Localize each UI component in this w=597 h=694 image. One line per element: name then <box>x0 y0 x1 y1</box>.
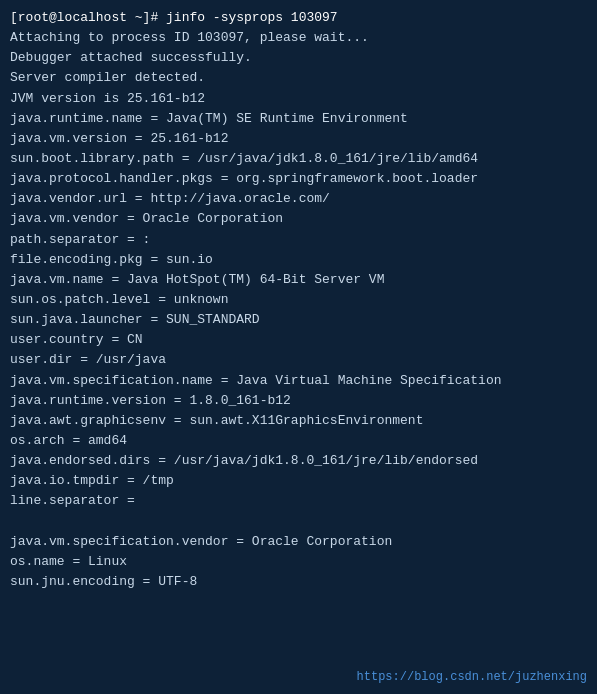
terminal-output-line: java.vm.specification.vendor = Oracle Co… <box>10 532 587 552</box>
terminal-output-line: java.protocol.handler.pkgs = org.springf… <box>10 169 587 189</box>
terminal-output-line: file.encoding.pkg = sun.io <box>10 250 587 270</box>
watermark-link[interactable]: https://blog.csdn.net/juzhenxing <box>357 670 587 684</box>
terminal-output-line: sun.boot.library.path = /usr/java/jdk1.8… <box>10 149 587 169</box>
terminal-output-line: Attaching to process ID 103097, please w… <box>10 28 587 48</box>
terminal-output-line: java.runtime.version = 1.8.0_161-b12 <box>10 391 587 411</box>
terminal-empty-line <box>10 512 587 532</box>
terminal-output-line: user.country = CN <box>10 330 587 350</box>
terminal-output: [root@localhost ~]# jinfo -sysprops 1030… <box>10 8 587 592</box>
terminal-output-line: os.arch = amd64 <box>10 431 587 451</box>
terminal-output-line: java.vendor.url = http://java.oracle.com… <box>10 189 587 209</box>
terminal-output-line: Debugger attached successfully. <box>10 48 587 68</box>
terminal-output-line: java.vm.name = Java HotSpot(TM) 64-Bit S… <box>10 270 587 290</box>
terminal-output-line: java.vm.vendor = Oracle Corporation <box>10 209 587 229</box>
terminal-output-line: java.vm.version = 25.161-b12 <box>10 129 587 149</box>
terminal-output-line: sun.os.patch.level = unknown <box>10 290 587 310</box>
terminal-output-line: os.name = Linux <box>10 552 587 572</box>
terminal-output-line: JVM version is 25.161-b12 <box>10 89 587 109</box>
terminal-output-line: sun.java.launcher = SUN_STANDARD <box>10 310 587 330</box>
terminal-output-line: path.separator = : <box>10 230 587 250</box>
terminal-output-line: java.runtime.name = Java(TM) SE Runtime … <box>10 109 587 129</box>
terminal-output-line: java.endorsed.dirs = /usr/java/jdk1.8.0_… <box>10 451 587 471</box>
terminal-output-line: java.io.tmpdir = /tmp <box>10 471 587 491</box>
terminal-output-line: Server compiler detected. <box>10 68 587 88</box>
terminal-output-line: sun.jnu.encoding = UTF-8 <box>10 572 587 592</box>
terminal-output-line: user.dir = /usr/java <box>10 350 587 370</box>
terminal-output-line: line.separator = <box>10 491 587 511</box>
terminal-output-line: java.vm.specification.name = Java Virtua… <box>10 371 587 391</box>
terminal-prompt-line: [root@localhost ~]# jinfo -sysprops 1030… <box>10 8 587 28</box>
terminal-window: [root@localhost ~]# jinfo -sysprops 1030… <box>0 0 597 694</box>
terminal-output-line: java.awt.graphicsenv = sun.awt.X11Graphi… <box>10 411 587 431</box>
